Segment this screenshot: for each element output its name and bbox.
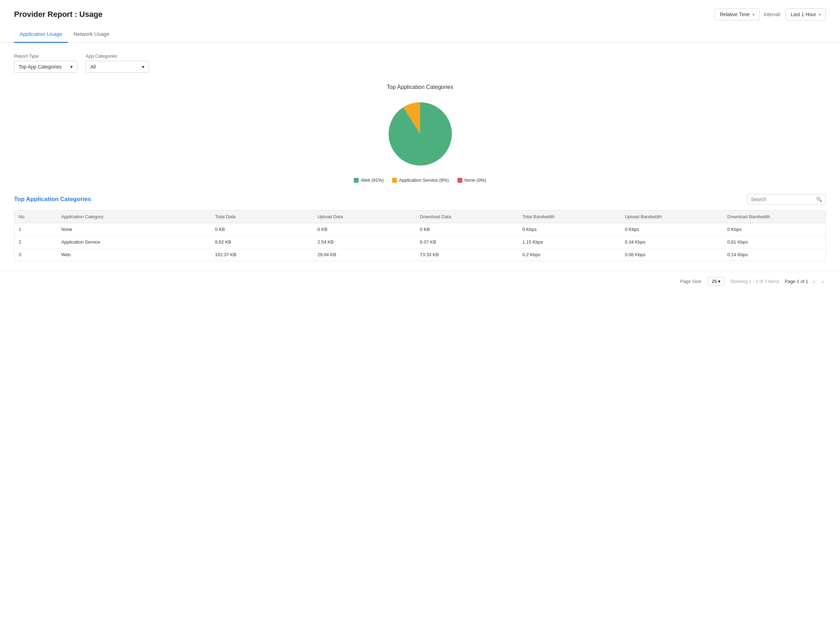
interval-dropdown[interactable]: Last 1 Hour ▾ (785, 8, 826, 20)
main-content: Report Type Top App Categories ▾ App Cat… (0, 43, 840, 272)
relative-time-dropdown[interactable]: Relative Time ▾ (714, 8, 760, 20)
prev-page-button[interactable]: ‹ (811, 278, 817, 285)
chart-legend: Web (91%) Application Service (9%) None … (354, 178, 486, 183)
search-box: 🔍 (747, 194, 826, 205)
chart-title: Top Application Categories (387, 84, 453, 90)
table-wrapper: No Application Category Total Data Uploa… (14, 210, 826, 261)
page-label: Page 1 of 1 (785, 279, 809, 284)
col-header-total-bw: Total Bandwidth (518, 211, 621, 223)
page-size-select: 25 ▾ (708, 277, 724, 286)
header-controls: Relative Time ▾ Interval: Last 1 Hour ▾ (714, 8, 826, 20)
legend-item-appservice: Application Service (9%) (392, 178, 449, 183)
table-section-title: Top Application Categories (14, 196, 91, 203)
table-row: 2Application Service8.62 KB2.54 KB6.07 K… (14, 236, 826, 249)
legend-item-none: None (0%) (458, 178, 486, 183)
tab-network-usage[interactable]: Network Usage (68, 26, 115, 43)
next-page-button[interactable]: › (820, 278, 826, 285)
col-header-upload-bw: Upload Bandwidth (621, 211, 724, 223)
page-nav: Page 1 of 1 ‹ › (785, 278, 826, 285)
report-type-label: Report Type (14, 54, 77, 59)
legend-color-appservice (392, 178, 397, 183)
data-table: No Application Category Total Data Uploa… (14, 211, 826, 261)
report-type-filter: Report Type Top App Categories ▾ (14, 54, 77, 73)
pagination-bar: Page Size: 25 ▾ Showing 1 - 3 of 3 items… (0, 272, 840, 291)
table-section: Top Application Categories 🔍 No Applicat… (14, 194, 826, 261)
filters-row: Report Type Top App Categories ▾ App Cat… (14, 54, 826, 73)
col-header-download-bw: Download Bandwidth (723, 211, 826, 223)
report-type-dropdown[interactable]: Top App Categories ▾ (14, 61, 77, 73)
table-header: No Application Category Total Data Uploa… (14, 211, 826, 223)
chevron-down-icon: ▾ (718, 279, 720, 284)
page-title: Provider Report : Usage (14, 10, 102, 19)
page-size-label: Page Size: (680, 279, 702, 284)
chevron-down-icon: ▾ (819, 13, 821, 17)
search-icon: 🔍 (816, 197, 822, 202)
interval-label: Interval: (764, 12, 781, 17)
col-header-category: Application Category (57, 211, 211, 223)
legend-color-web (354, 178, 359, 183)
chevron-down-icon: ▾ (142, 64, 145, 69)
tabs-container: Application Usage Network Usage (0, 26, 840, 43)
page-size-dropdown[interactable]: 25 ▾ (708, 277, 724, 286)
chevron-down-icon: ▾ (70, 64, 73, 69)
app-categories-dropdown[interactable]: All ▾ (86, 61, 149, 73)
table-row: 3Web102.37 KB29.04 KB73.33 KB0.2 Kbps0.0… (14, 249, 826, 261)
search-input[interactable] (751, 197, 814, 202)
chart-section: Top Application Categories (14, 84, 826, 183)
col-header-no: No (14, 211, 57, 223)
app-categories-label: App Categories (86, 54, 149, 59)
col-header-total-data: Total Data (211, 211, 313, 223)
pie-web-segment (389, 102, 452, 165)
col-header-upload-data: Upload Data (313, 211, 416, 223)
table-row: 1None0 KB0 KB0 KB0 Kbps0 Kbps0 Kbps (14, 223, 826, 236)
showing-info: Showing 1 - 3 of 3 items (730, 279, 779, 284)
app-categories-filter: App Categories All ▾ (86, 54, 149, 73)
pie-chart (385, 99, 455, 169)
table-header-row: Top Application Categories 🔍 (14, 194, 826, 205)
col-header-download-data: Download Data (415, 211, 518, 223)
page-header: Provider Report : Usage Relative Time ▾ … (0, 0, 840, 26)
chevron-down-icon: ▾ (752, 13, 754, 17)
scrollbar-area: No Application Category Total Data Uploa… (14, 211, 826, 261)
legend-color-none (458, 178, 462, 183)
legend-item-web: Web (91%) (354, 178, 384, 183)
table-body: 1None0 KB0 KB0 KB0 Kbps0 Kbps0 Kbps2Appl… (14, 223, 826, 261)
tab-application-usage[interactable]: Application Usage (14, 26, 68, 43)
